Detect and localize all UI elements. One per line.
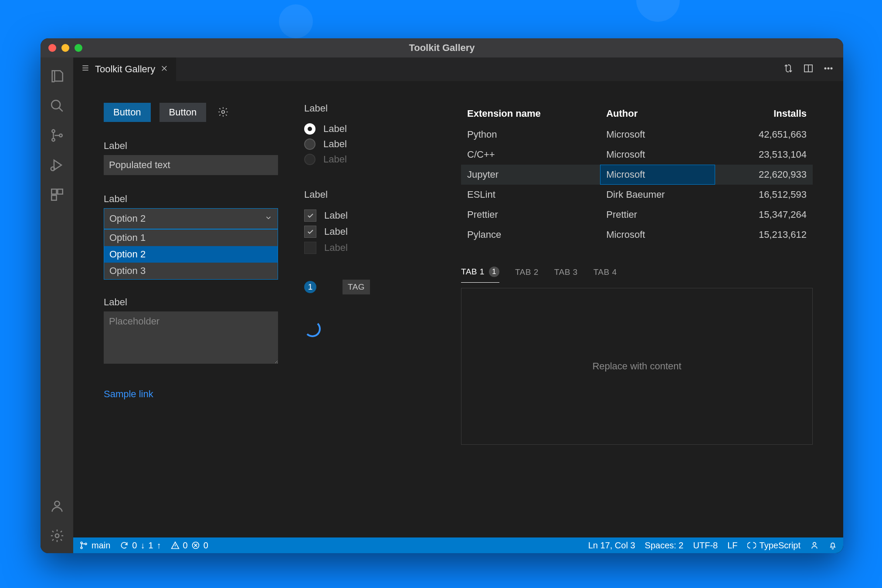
radio-icon[interactable] [304,139,315,150]
settings-gear-icon[interactable] [45,524,69,548]
traffic-zoom-icon[interactable] [75,44,82,52]
editor-tab-toolkit-gallery[interactable]: Toolkit Gallery [73,57,176,81]
branch-name: main [92,541,110,551]
table-row[interactable]: PylanceMicrosoft15,213,612 [461,225,813,245]
cell-author[interactable]: Dirk Baeumer [600,185,715,205]
checkbox-icon[interactable] [304,210,316,222]
checkbox-label: Label [324,242,348,253]
sample-link[interactable]: Sample link [104,389,278,400]
traffic-close-icon[interactable] [48,44,56,52]
tab-panel-placeholder: Replace with content [592,361,681,372]
checkbox-icon[interactable] [304,226,316,238]
secondary-button[interactable]: Button [159,103,207,122]
extensions-icon[interactable] [45,182,69,207]
explorer-icon[interactable] [45,64,69,88]
table-column-header[interactable]: Author [600,103,715,125]
compare-changes-icon[interactable] [783,63,794,76]
tab-label: TAB 4 [594,267,617,277]
cell-installs[interactable]: 15,213,612 [715,225,813,245]
middle-column: Label LabelLabelLabel Label LabelLabelLa… [304,103,435,516]
cell-author[interactable]: Microsoft [600,145,715,165]
split-editor-icon[interactable] [803,63,814,76]
checkbox-option[interactable]: Label [304,226,435,238]
account-icon[interactable] [45,494,69,518]
svg-point-14 [222,110,225,113]
radio-label: Label [323,139,347,150]
cell-author[interactable]: Microsoft [600,125,715,145]
table-row[interactable]: ESLintDirk Baeumer16,512,593 [461,185,813,205]
cell-installs[interactable]: 42,651,663 [715,125,813,145]
radio-option[interactable]: Label [304,123,435,135]
activity-bar [41,57,73,553]
checkbox-option[interactable]: Label [304,210,435,222]
svg-point-12 [828,68,829,69]
table-row[interactable]: PythonMicrosoft42,651,663 [461,125,813,145]
text-field-input[interactable] [104,155,278,175]
svg-point-3 [59,134,62,137]
tab-item[interactable]: TAB 4 [594,267,617,282]
tab-item[interactable]: TAB 11 [461,267,499,283]
select-dropdown[interactable]: Option 2 [104,208,278,229]
cell-installs[interactable]: 23,513,104 [715,145,813,165]
status-indent[interactable]: Spaces: 2 [645,541,684,551]
cell-author[interactable]: Prettier [600,205,715,225]
svg-rect-6 [58,189,62,194]
tab-item[interactable]: TAB 2 [515,267,539,282]
table-column-header[interactable]: Extension name [461,103,600,125]
cell-extension-name[interactable]: Prettier [461,205,600,225]
textarea-input[interactable] [104,311,278,364]
settings-icon-button[interactable] [215,104,231,122]
cell-extension-name[interactable]: ESLint [461,185,600,205]
status-cursor-position[interactable]: Ln 17, Col 3 [588,541,635,551]
checkbox-label: Label [324,210,348,221]
status-notifications-icon[interactable] [828,541,837,550]
primary-button[interactable]: Button [104,103,151,122]
run-debug-icon[interactable] [45,153,69,177]
traffic-minimize-icon[interactable] [61,44,69,52]
status-encoding[interactable]: UTF-8 [693,541,718,551]
traffic-lights [41,44,82,52]
status-feedback-icon[interactable] [810,541,819,550]
select-value: Option 2 [109,213,146,224]
status-eol[interactable]: LF [727,541,737,551]
table-row[interactable]: PrettierPrettier15,347,264 [461,205,813,225]
cell-installs[interactable]: 15,347,264 [715,205,813,225]
cell-author[interactable]: Microsoft [600,225,715,245]
radio-option[interactable]: Label [304,139,435,150]
svg-point-16 [81,547,82,549]
editor-tab-label: Toolkit Gallery [95,64,155,75]
select-option[interactable]: Option 3 [104,263,278,279]
language-mode-label: TypeScript [760,541,801,551]
tab-item[interactable]: TAB 3 [554,267,578,282]
more-actions-icon[interactable] [823,63,834,76]
tab-badge: 1 [489,267,499,277]
select-label: Label [104,193,278,205]
status-problems[interactable]: 0 0 [171,541,208,551]
sync-up-count: 1 [148,541,153,551]
cell-installs[interactable]: 16,512,593 [715,185,813,205]
table-row[interactable]: C/C++Microsoft23,513,104 [461,145,813,165]
text-field-label: Label [104,140,278,152]
cell-extension-name[interactable]: Pylance [461,225,600,245]
svg-point-13 [831,68,832,69]
table-row[interactable]: JupyterMicrosoft22,620,933 [461,165,813,185]
source-control-icon[interactable] [45,123,69,148]
table-column-header[interactable]: Installs [715,103,813,125]
search-icon[interactable] [45,94,69,118]
tag-chip: TAG [343,280,370,294]
status-sync[interactable]: 0↓ 1↑ [120,541,161,551]
cell-author[interactable]: Microsoft [600,165,715,185]
tab-label: TAB 2 [515,267,539,277]
tabs-strip: TAB 11TAB 2TAB 3TAB 4 [461,267,813,283]
cell-extension-name[interactable]: C/C++ [461,145,600,165]
cell-extension-name[interactable]: Jupyter [461,165,600,185]
close-icon[interactable] [160,64,168,75]
cell-installs[interactable]: 22,620,933 [715,165,813,185]
cell-extension-name[interactable]: Python [461,125,600,145]
status-language-mode[interactable]: TypeScript [747,541,801,551]
right-column: Extension nameAuthorInstalls PythonMicro… [461,103,813,516]
status-branch[interactable]: main [79,541,110,551]
radio-icon[interactable] [304,123,315,135]
select-option[interactable]: Option 1 [104,230,278,246]
select-option[interactable]: Option 2 [104,246,278,263]
